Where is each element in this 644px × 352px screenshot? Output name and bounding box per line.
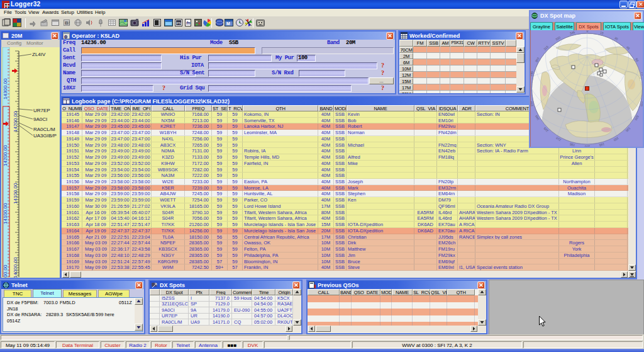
svg-text:B!: B!: [65, 20, 70, 26]
svg-text:M: M: [226, 21, 230, 26]
svg-text:PN: PN: [177, 21, 182, 25]
svg-text:⚙: ⚙: [64, 35, 68, 39]
svg-text:fn: fn: [186, 21, 191, 25]
